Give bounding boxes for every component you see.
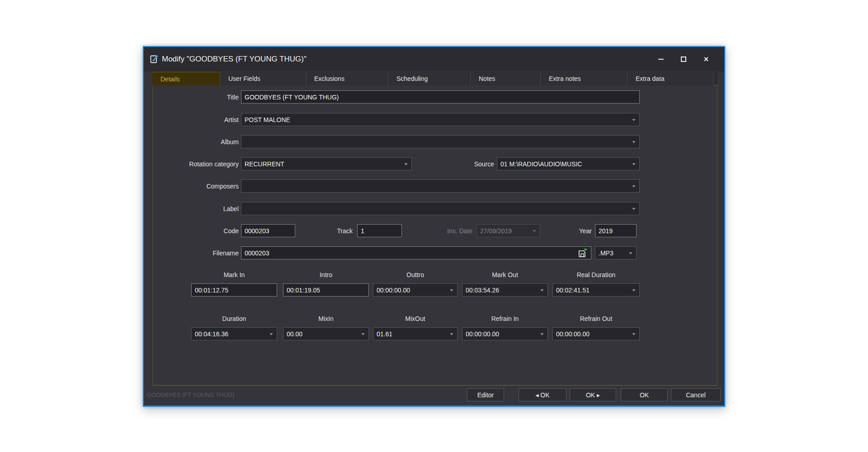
dropdown-arrow-icon <box>450 333 453 335</box>
dropdown-arrow-icon <box>361 333 365 335</box>
composers-label: Composers <box>153 179 239 193</box>
maximize-button[interactable] <box>676 52 691 67</box>
year-input[interactable] <box>595 224 637 237</box>
title-input[interactable] <box>241 90 640 104</box>
maximize-icon <box>681 56 686 62</box>
editor-button[interactable]: Editor <box>467 388 504 401</box>
mixin-label: MixIn <box>283 315 369 323</box>
details-panel: Title Artist POST MALONE Album Rotation … <box>152 85 717 386</box>
duration-label: Duration <box>191 315 277 323</box>
mark-in-label: Mark In <box>191 271 277 279</box>
mark-out-combobox[interactable]: 00:03:54.26 <box>462 283 548 297</box>
rotation-category-combobox[interactable]: RECURRENT <box>241 157 412 170</box>
mixin-value: 00.00 <box>287 330 302 338</box>
window-controls: × <box>653 47 714 71</box>
titlebar[interactable]: Modify "GOODBYES (FT YOUNG THUG)" × <box>144 47 724 71</box>
duration-value: 00:04:16.36 <box>195 330 228 338</box>
outtro-label: Outtro <box>373 271 458 279</box>
intro-input[interactable] <box>283 283 369 297</box>
rotation-category-label: Rotation category <box>153 157 239 170</box>
mark-out-label: Mark Out <box>462 271 548 279</box>
tab-user-fields[interactable]: User Fields <box>220 72 306 85</box>
refrain-in-label: Refrain In <box>462 315 548 323</box>
mixout-label: MixOut <box>373 315 458 323</box>
edit-document-icon <box>150 55 159 64</box>
dropdown-arrow-icon <box>540 333 544 335</box>
intro-label: Intro <box>283 271 369 279</box>
refrain-out-label: Refrain Out <box>552 315 640 323</box>
dropdown-arrow-icon <box>269 333 273 335</box>
label-label: Label <box>153 202 239 215</box>
modify-dialog: Modify "GOODBYES (FT YOUNG THUG)" × Deta… <box>143 46 725 407</box>
artist-combobox[interactable]: POST MALONE <box>241 113 640 126</box>
dropdown-arrow-icon <box>632 185 636 188</box>
minimize-icon <box>658 59 664 60</box>
mark-in-input[interactable] <box>191 283 277 297</box>
dropdown-arrow-icon <box>632 163 636 165</box>
mixout-combobox[interactable]: 01.61 <box>373 327 458 340</box>
ins-date-label: Ins. Date <box>397 224 472 237</box>
real-duration-label: Real Duration <box>552 271 640 279</box>
album-label: Album <box>153 135 239 148</box>
track-label: Track <box>293 224 353 237</box>
ins-date-value: 27/09/2019 <box>480 227 512 235</box>
tab-extra-notes[interactable]: Extra notes <box>541 72 627 85</box>
year-label: Year <box>528 224 592 237</box>
dropdown-arrow-icon <box>632 333 636 335</box>
tab-details[interactable]: Details <box>152 72 220 85</box>
label-combobox[interactable] <box>241 202 640 215</box>
ok-button[interactable]: OK <box>621 388 668 401</box>
close-button[interactable]: × <box>698 52 714 67</box>
code-input[interactable] <box>241 224 295 237</box>
status-text: GOODBYES (FT YOUNG THUG) <box>147 391 235 398</box>
extension-combobox[interactable]: .MP3 <box>595 246 637 259</box>
minimize-button[interactable] <box>653 52 669 67</box>
dropdown-arrow-icon <box>632 141 636 143</box>
refrain-in-combobox[interactable]: 00:00:00.00 <box>462 327 548 340</box>
mixout-value: 01.61 <box>377 330 392 338</box>
dropdown-arrow-icon <box>540 289 544 292</box>
refrain-in-value: 00:00:00.00 <box>466 330 499 338</box>
extension-value: .MP3 <box>599 250 613 257</box>
outtro-value: 00:00:00.00 <box>377 287 410 294</box>
dropdown-arrow-icon <box>632 119 636 121</box>
tab-notes[interactable]: Notes <box>471 72 541 85</box>
code-label: Code <box>153 224 239 237</box>
filename-input[interactable] <box>241 246 591 259</box>
track-input[interactable] <box>357 224 402 237</box>
real-duration-value: 00:02:41.51 <box>556 287 590 294</box>
ok-next-button[interactable]: OK ▸ <box>570 388 616 401</box>
title-label: Title <box>153 90 239 104</box>
mark-out-value: 00:03:54.26 <box>466 287 499 294</box>
composers-combobox[interactable] <box>241 179 640 193</box>
real-duration-combobox[interactable]: 00:02:41.51 <box>552 283 640 297</box>
tab-bar: Details User Fields Exclusions Schedulin… <box>152 72 717 85</box>
filename-label: Filename <box>153 246 239 259</box>
source-value: 01 M:\RADIO\AUDIO\MUSIC <box>500 160 582 168</box>
cancel-button[interactable]: Cancel <box>671 388 721 401</box>
outtro-combobox[interactable]: 00:00:00.00 <box>373 283 458 297</box>
mixin-combobox[interactable]: 00.00 <box>283 327 369 340</box>
source-label: Source <box>415 157 494 170</box>
album-combobox[interactable] <box>241 135 640 148</box>
refrain-out-value: 00:00:00.00 <box>556 330 590 338</box>
artist-value: POST MALONE <box>245 116 290 123</box>
refrain-out-combobox[interactable]: 00:00:00.00 <box>552 327 640 340</box>
duration-combobox[interactable]: 00:04:16.36 <box>191 327 277 340</box>
dropdown-arrow-icon <box>450 289 453 292</box>
dropdown-arrow-icon <box>629 252 632 254</box>
dropdown-arrow-icon <box>632 208 636 210</box>
dropdown-arrow-icon <box>404 163 408 165</box>
artist-label: Artist <box>153 113 239 126</box>
source-combobox[interactable]: 01 M:\RADIO\AUDIO\MUSIC <box>497 157 640 170</box>
window-title: Modify "GOODBYES (FT YOUNG THUG)" <box>162 47 307 71</box>
save-file-green-arrow-icon <box>577 248 588 259</box>
tab-extra-data[interactable]: Extra data <box>627 72 714 85</box>
ok-prev-button[interactable]: ◂ OK <box>519 388 566 401</box>
tab-exclusions[interactable]: Exclusions <box>306 72 388 85</box>
rotation-category-value: RECURRENT <box>245 160 284 168</box>
dropdown-arrow-icon <box>632 289 636 292</box>
tab-scheduling[interactable]: Scheduling <box>388 72 471 85</box>
filename-load-button[interactable] <box>577 247 589 259</box>
